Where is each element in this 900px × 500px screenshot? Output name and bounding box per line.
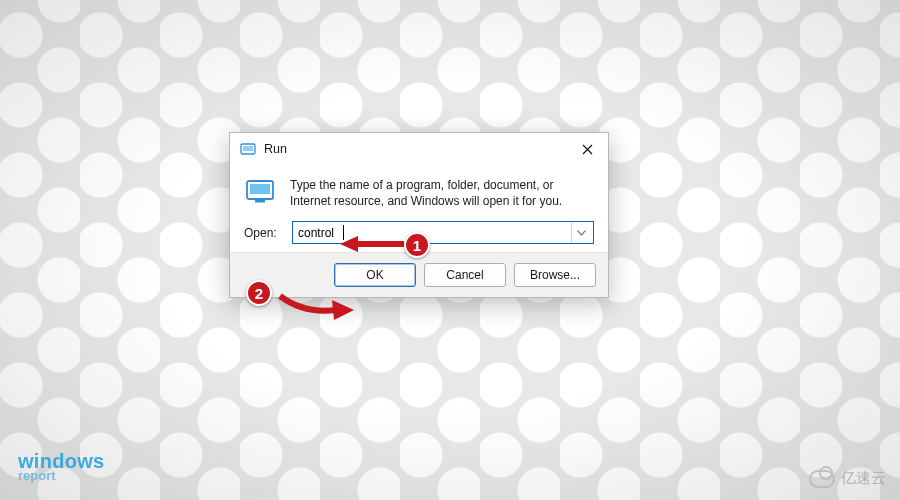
close-button[interactable]	[574, 139, 600, 159]
svg-rect-3	[250, 184, 270, 194]
run-title-icon	[240, 141, 256, 157]
button-row: OK Cancel Browse...	[230, 252, 608, 297]
svg-rect-4	[255, 200, 265, 203]
open-combobox[interactable]	[292, 221, 594, 244]
annotation-badge-2: 2	[246, 280, 272, 306]
run-body-icon	[244, 177, 278, 207]
dialog-title: Run	[264, 142, 574, 156]
combobox-caret[interactable]	[571, 222, 591, 243]
open-label: Open:	[244, 226, 282, 240]
cloud-icon	[809, 470, 835, 488]
svg-rect-1	[243, 146, 253, 151]
open-input[interactable]	[293, 222, 571, 243]
browse-button[interactable]: Browse...	[514, 263, 596, 287]
run-dialog: Run Type the name of a program, folder, …	[229, 132, 609, 298]
dialog-description: Type the name of a program, folder, docu…	[290, 177, 594, 209]
annotation-badge-1: 1	[404, 232, 430, 258]
watermark-yisuyun: 亿速云	[809, 469, 886, 488]
watermark-windows-report: windows report	[18, 451, 105, 482]
cancel-button[interactable]: Cancel	[424, 263, 506, 287]
watermark-right-text: 亿速云	[841, 469, 886, 488]
ok-button[interactable]: OK	[334, 263, 416, 287]
text-cursor	[343, 225, 344, 240]
titlebar[interactable]: Run	[230, 133, 608, 163]
